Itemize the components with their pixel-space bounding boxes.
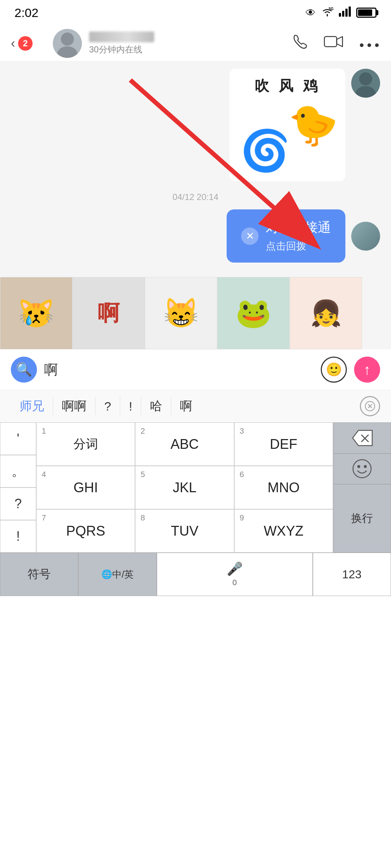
key-newline[interactable]: 换行 (333, 484, 391, 553)
key-space[interactable]: 🎤 0 (157, 553, 313, 596)
search-bar: 🔍 🙂 ↑ (0, 349, 391, 390)
sticker-row: 😿 啊 😸 🐸 👧 (0, 277, 391, 349)
svg-rect-1 (339, 13, 341, 17)
contact-name (89, 31, 154, 42)
svg-point-9 (360, 43, 363, 47)
sticker-title: 吹 风 鸡 (255, 76, 320, 96)
key-9-wxyz[interactable]: 9 WXYZ (234, 509, 333, 553)
sticker-content: 吹 风 鸡 🌀 🐤 (230, 69, 345, 181)
suggestion-close-button[interactable] (360, 396, 380, 416)
chat-area: 吹 风 鸡 🌀 🐤 04/12 20:14 ✕ 对方未接通 (0, 61, 391, 277)
svg-point-22 (353, 460, 371, 478)
unread-badge: 2 (18, 36, 33, 51)
suggestion-item-1[interactable]: 啊啊 (53, 390, 95, 422)
svg-text:5G: 5G (329, 7, 334, 11)
key-exclaim[interactable]: ! (0, 520, 36, 553)
svg-point-11 (375, 43, 379, 47)
keyboard-row-2: 4 GHI 5 JKL 6 MNO (36, 466, 333, 509)
phone-call-button[interactable] (291, 33, 309, 54)
suggestion-item-0[interactable]: 师兄 (11, 390, 53, 422)
key-question[interactable]: ? (0, 488, 36, 520)
sticker-item-4[interactable]: 🐸 (217, 277, 290, 349)
keyboard-right-col: 换行 (333, 422, 391, 553)
video-call-button[interactable] (324, 34, 344, 52)
sticker-item-1[interactable]: 😿 (0, 277, 72, 349)
key-1-fenchi[interactable]: 1 分词 (36, 422, 135, 466)
fan-emoji: 🌀 (240, 127, 290, 174)
back-arrow-icon: ‹ (11, 36, 15, 51)
svg-point-6 (61, 33, 74, 46)
suggestion-item-3[interactable]: ! (120, 390, 141, 422)
search-input[interactable] (44, 357, 314, 383)
suggestion-item-2[interactable]: ? (96, 390, 120, 422)
keyboard: ' 。 ? ! 1 分词 2 ABC (0, 422, 391, 596)
call-sender-avatar (351, 222, 380, 251)
globe-icon: 🌐 (101, 569, 112, 579)
suggestion-row: 师兄 啊啊 ? ! 哈 啊 (0, 390, 391, 422)
sticker-item-2[interactable]: 啊 (72, 277, 145, 349)
svg-point-24 (364, 465, 367, 468)
wifi-icon: 5G (321, 7, 334, 19)
avatar (53, 29, 82, 58)
status-icons: 👁 5G (306, 7, 377, 19)
call-bubble[interactable]: ✕ 对方未接通 点击回拨 (227, 209, 345, 263)
keyboard-grid: 1 分词 2 ABC 3 DEF 4 GHI 5 (36, 422, 333, 553)
signal-icon (339, 7, 351, 19)
key-symbols[interactable]: 符号 (0, 553, 78, 596)
keyboard-left-col: ' 。 ? ! (0, 422, 36, 553)
call-cancel-icon[interactable]: ✕ (241, 227, 258, 245)
key-8-tuv[interactable]: 8 TUV (135, 509, 234, 553)
sticker-item-3[interactable]: 😸 (145, 277, 217, 349)
svg-rect-8 (324, 37, 337, 47)
status-time: 2:02 (14, 6, 38, 20)
message-timestamp: 04/12 20:14 (11, 192, 380, 202)
avatar-image (53, 29, 82, 58)
nav-actions (291, 33, 380, 54)
contact-info: 30分钟内在线 (53, 29, 291, 58)
key-6-mno[interactable]: 6 MNO (234, 466, 333, 509)
call-text: 对方未接通 点击回拨 (266, 219, 331, 253)
eye-icon: 👁 (306, 7, 316, 19)
emoji-button[interactable]: 🙂 (321, 357, 347, 383)
sticker-item-5[interactable]: 👧 (290, 277, 362, 349)
svg-point-23 (357, 465, 360, 468)
suggestion-item-4[interactable]: 哈 (141, 390, 171, 422)
sender-avatar (351, 69, 380, 98)
key-4-ghi[interactable]: 4 GHI (36, 466, 135, 509)
svg-rect-3 (345, 9, 348, 17)
contact-text: 30分钟内在线 (89, 31, 154, 55)
sticker-message: 吹 风 鸡 🌀 🐤 (11, 69, 380, 181)
key-2-abc[interactable]: 2 ABC (135, 422, 234, 466)
svg-point-10 (367, 43, 371, 47)
key-apostrophe[interactable]: ' (0, 422, 36, 455)
key-emoji-right[interactable] (333, 454, 391, 485)
sticker-image: 🌀 🐤 (237, 102, 338, 174)
back-button[interactable]: ‹ 2 (11, 36, 47, 51)
send-button[interactable]: ↑ (354, 357, 380, 383)
key-numbers[interactable]: 123 (313, 553, 391, 596)
send-icon: ↑ (363, 362, 371, 378)
call-main-text: 对方未接通 (266, 219, 331, 237)
key-7-pqrs[interactable]: 7 PQRS (36, 509, 135, 553)
call-message: ✕ 对方未接通 点击回拨 (11, 209, 380, 263)
key-period[interactable]: 。 (0, 455, 36, 488)
svg-rect-2 (342, 11, 344, 17)
more-options-button[interactable] (358, 35, 380, 52)
mic-icon: 🎤 (227, 561, 243, 576)
key-delete[interactable] (333, 422, 391, 454)
status-bar: 2:02 👁 5G (0, 0, 391, 25)
svg-point-13 (359, 72, 372, 85)
svg-rect-4 (349, 7, 351, 17)
search-button[interactable]: 🔍 (11, 357, 37, 383)
key-lang-switch[interactable]: 🌐 中/英 (78, 553, 156, 596)
call-sub-text: 点击回拨 (266, 239, 331, 253)
key-5-jkl[interactable]: 5 JKL (135, 466, 234, 509)
contact-status: 30分钟内在线 (89, 44, 154, 55)
key-3-def[interactable]: 3 DEF (234, 422, 333, 466)
search-icon: 🔍 (16, 362, 32, 377)
keyboard-bottom-row: 符号 🌐 中/英 🎤 0 123 (0, 553, 391, 596)
suggestion-item-5[interactable]: 啊 (171, 390, 201, 422)
chicken-emoji: 🐤 (289, 102, 338, 148)
keyboard-row-1: 1 分词 2 ABC 3 DEF (36, 422, 333, 466)
keyboard-row-3: 7 PQRS 8 TUV 9 WXYZ (36, 509, 333, 553)
